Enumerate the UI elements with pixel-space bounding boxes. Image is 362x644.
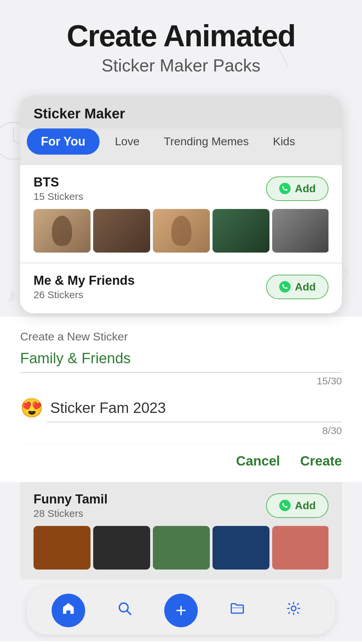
nav-home[interactable] xyxy=(52,594,85,627)
funny-pack-header: Funny Tamil 28 Stickers Add xyxy=(34,492,328,519)
pack1-count: 15/30 xyxy=(20,375,342,387)
create-button[interactable]: Create xyxy=(300,453,342,469)
friends-pack-name: Me & My Friends xyxy=(34,273,135,288)
funny-sticker-5 xyxy=(272,526,328,570)
friends-add-label: Add xyxy=(295,281,316,293)
bts-pack-count: 15 Stickers xyxy=(34,191,83,202)
settings-icon xyxy=(286,600,302,620)
page-subtitle: Sticker Maker Packs xyxy=(13,55,349,75)
pack2-emoji: 😍 xyxy=(20,397,44,419)
friends-pack-header: Me & My Friends 26 Stickers Add xyxy=(34,273,328,301)
bts-add-button[interactable]: Add xyxy=(266,176,328,201)
pack2-underline xyxy=(47,422,342,422)
add-plus-button[interactable]: + xyxy=(164,594,198,627)
bts-sticker-pack: BTS 15 Stickers Add xyxy=(20,165,342,263)
tab-kids[interactable]: Kids xyxy=(261,129,307,154)
svg-line-12 xyxy=(127,611,131,614)
friends-add-button[interactable]: Add xyxy=(266,275,328,299)
bts-pack-info: BTS 15 Stickers xyxy=(34,175,83,202)
search-icon xyxy=(117,600,133,620)
bottom-navigation: + xyxy=(27,586,335,635)
pack2-name: Sticker Fam 2023 xyxy=(50,399,166,416)
whatsapp-icon-2 xyxy=(279,281,291,293)
funny-sticker-1 xyxy=(34,526,90,570)
funny-tamil-pack: Funny Tamil 28 Stickers Add xyxy=(20,482,342,580)
bts-sticker-5 xyxy=(272,209,328,253)
pack2-count: 8/30 xyxy=(20,425,342,436)
whatsapp-icon-3 xyxy=(279,499,291,512)
create-actions: Cancel Create xyxy=(20,443,342,482)
tab-love[interactable]: Love xyxy=(103,129,152,154)
funny-sticker-4 xyxy=(213,526,269,570)
svg-point-9 xyxy=(279,281,291,292)
app-title: Sticker Maker xyxy=(34,106,328,122)
funny-pack-count: 28 Stickers xyxy=(34,508,108,519)
funny-sticker-images xyxy=(34,526,328,570)
friends-sticker-pack: Me & My Friends 26 Stickers Add xyxy=(20,263,342,313)
bts-sticker-4 xyxy=(213,209,269,253)
funny-pack-info: Funny Tamil 28 Stickers xyxy=(34,492,108,519)
phone-mock: Sticker Maker For You Love Trending Meme… xyxy=(20,96,342,313)
svg-point-10 xyxy=(279,500,291,511)
page-title: Create Animated xyxy=(13,20,349,52)
pack1-name: Family & Friends xyxy=(20,350,342,367)
bts-add-label: Add xyxy=(295,182,316,195)
home-icon xyxy=(60,600,76,620)
create-section: Create a New Sticker Family & Friends 15… xyxy=(0,317,362,482)
bts-pack-name: BTS xyxy=(34,175,83,190)
funny-pack-name: Funny Tamil xyxy=(34,492,108,506)
friends-pack-info: Me & My Friends 26 Stickers xyxy=(34,273,135,301)
folder-icon xyxy=(229,600,245,620)
funny-sticker-2 xyxy=(93,526,150,570)
bts-sticker-3 xyxy=(153,209,210,253)
tab-for-you[interactable]: For You xyxy=(27,128,100,155)
tab-trending-memes[interactable]: Trending Memes xyxy=(152,129,261,154)
bts-pack-header: BTS 15 Stickers Add xyxy=(34,175,328,202)
cancel-button[interactable]: Cancel xyxy=(236,453,280,469)
nav-settings[interactable] xyxy=(277,597,310,624)
bts-sticker-2 xyxy=(93,209,150,253)
bts-sticker-1 xyxy=(34,209,90,253)
plus-icon: + xyxy=(176,601,187,620)
pack2-row: 😍 Sticker Fam 2023 xyxy=(20,397,342,419)
svg-point-8 xyxy=(279,183,291,194)
nav-add[interactable]: + xyxy=(164,597,198,624)
bts-sticker-images xyxy=(34,209,328,253)
funny-sticker-3 xyxy=(153,526,210,570)
create-label: Create a New Sticker xyxy=(20,330,342,343)
nav-collection[interactable] xyxy=(221,597,254,624)
pack1-input-area[interactable]: Family & Friends xyxy=(20,350,342,373)
phone-card-header: Sticker Maker xyxy=(20,96,342,128)
squid-game-pack: Squid Game Add xyxy=(0,641,362,644)
whatsapp-icon xyxy=(279,182,291,195)
funny-add-label: Add xyxy=(295,499,316,512)
funny-add-button[interactable]: Add xyxy=(266,493,328,518)
friends-pack-count: 26 Stickers xyxy=(34,289,135,301)
nav-search[interactable] xyxy=(108,597,141,624)
page-header: Create Animated Sticker Maker Packs xyxy=(0,0,362,86)
category-tabs: For You Love Trending Memes Kids xyxy=(20,125,342,161)
svg-point-14 xyxy=(291,606,296,611)
